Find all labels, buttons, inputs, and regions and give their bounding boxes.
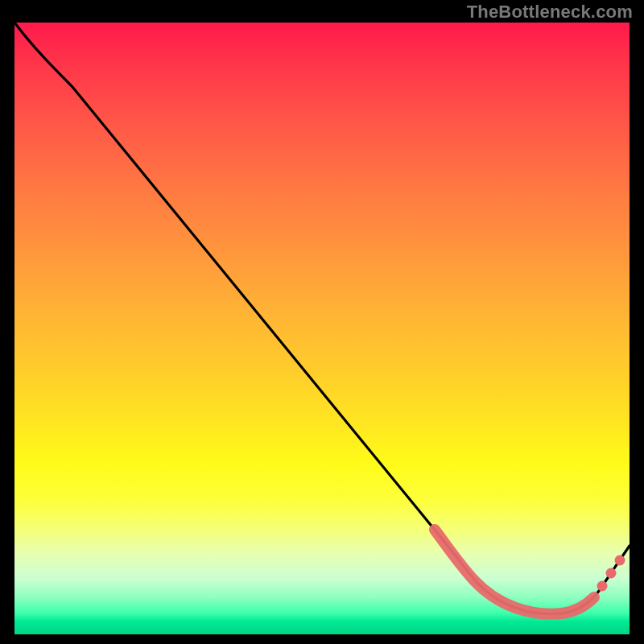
marker-dot — [597, 581, 608, 592]
marker-dot — [615, 555, 625, 566]
bottleneck-curve — [14, 23, 630, 614]
highlight-band — [435, 530, 594, 614]
marker-dot — [606, 568, 617, 579]
watermark-text: TheBottleneck.com — [467, 2, 633, 23]
chart-overlay — [14, 23, 630, 634]
